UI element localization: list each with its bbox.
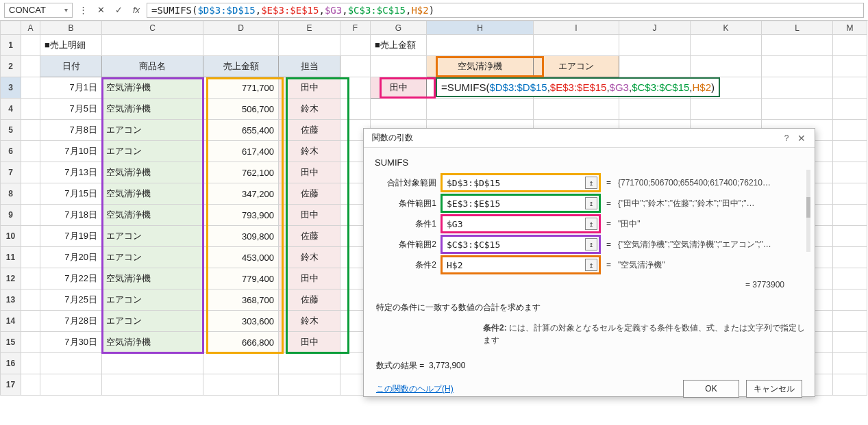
cell-C11[interactable]: エアコン: [102, 247, 203, 268]
cell-A10[interactable]: [21, 226, 40, 247]
cell-B8[interactable]: 7月15日: [40, 183, 102, 205]
cell-J4[interactable]: [619, 99, 691, 120]
cell-D14[interactable]: 303,600: [203, 311, 279, 332]
cell-I4[interactable]: [534, 99, 619, 120]
cell-editor[interactable]: =SUMIFS($D$3:$D$15,$E$3:$E$15,$G3,$C$3:$…: [436, 77, 720, 97]
select-all-corner[interactable]: [1, 21, 21, 35]
arg-input-2[interactable]: $G3↥: [442, 216, 599, 232]
cell-D1[interactable]: [203, 35, 279, 56]
fx-icon[interactable]: fx: [129, 3, 144, 18]
cell-B15[interactable]: 7月30日: [40, 332, 102, 353]
cell-F2[interactable]: [340, 56, 371, 77]
cell-A2[interactable]: [21, 56, 40, 77]
cell-M1[interactable]: [833, 35, 867, 56]
cell-D9[interactable]: 793,900: [203, 205, 279, 226]
cell-D11[interactable]: 453,000: [203, 247, 279, 268]
cell-D8[interactable]: 347,200: [203, 183, 279, 205]
cell-E6[interactable]: 鈴木: [279, 141, 340, 162]
cell-D6[interactable]: 617,400: [203, 141, 279, 162]
cell-A14[interactable]: [21, 311, 40, 332]
cell-D13[interactable]: 368,700: [203, 289, 279, 311]
row-header-4[interactable]: 4: [1, 99, 21, 120]
cell-E5[interactable]: 佐藤: [279, 120, 340, 141]
cell-C7[interactable]: 空気清浄機: [102, 162, 203, 183]
col-header-L[interactable]: L: [762, 21, 833, 35]
cell-M13[interactable]: [833, 289, 867, 311]
cell-M16[interactable]: [833, 353, 867, 374]
cell-J1[interactable]: [619, 35, 691, 56]
cell-A8[interactable]: [21, 183, 40, 205]
cell-H4[interactable]: [427, 99, 534, 120]
cell-E11[interactable]: 鈴木: [279, 247, 340, 268]
row-header-1[interactable]: 1: [1, 35, 21, 56]
cell-M9[interactable]: [833, 205, 867, 226]
col-header-H[interactable]: H: [427, 21, 534, 35]
cell-G4[interactable]: [371, 99, 427, 120]
cell-M6[interactable]: [833, 141, 867, 162]
arg-input-3[interactable]: $C$3:$C$15↥: [442, 236, 599, 253]
cell-B5[interactable]: 7月8日: [40, 120, 102, 141]
cell-L1[interactable]: [762, 35, 833, 56]
range-select-icon[interactable]: ↥: [585, 238, 597, 250]
cell-C1[interactable]: [102, 35, 203, 56]
cell-B9[interactable]: 7月18日: [40, 205, 102, 226]
cell-M2[interactable]: [833, 56, 867, 77]
cancel-icon[interactable]: ✕: [93, 3, 108, 18]
cell-E2[interactable]: 担当: [279, 56, 340, 77]
cell-A12[interactable]: [21, 268, 40, 289]
row-header-14[interactable]: 14: [1, 311, 21, 332]
dialog-help-link[interactable]: この関数のヘルプ(H): [376, 383, 454, 395]
cell-B3[interactable]: 7月1日: [40, 77, 102, 99]
cell-B4[interactable]: 7月5日: [40, 99, 102, 120]
range-select-icon[interactable]: ↥: [585, 259, 597, 271]
col-header-C[interactable]: C: [102, 21, 203, 35]
cell-M7[interactable]: [833, 162, 867, 183]
cell-M3[interactable]: [833, 77, 867, 99]
cell-M5[interactable]: [833, 120, 867, 141]
cell-C16[interactable]: [102, 353, 203, 374]
cell-K4[interactable]: [691, 99, 762, 120]
row-header-7[interactable]: 7: [1, 162, 21, 183]
cell-B13[interactable]: 7月25日: [40, 289, 102, 311]
cell-D5[interactable]: 655,400: [203, 120, 279, 141]
col-header-A[interactable]: A: [21, 21, 40, 35]
cell-D15[interactable]: 666,800: [203, 332, 279, 353]
cell-D10[interactable]: 309,800: [203, 226, 279, 247]
cell-F3[interactable]: [340, 77, 371, 99]
formula-input[interactable]: =SUMIFS($D$3:$D$15,$E$3:$E$15,$G3,$C$3:$…: [147, 3, 864, 18]
cell-M10[interactable]: [833, 226, 867, 247]
cell-B11[interactable]: 7月20日: [40, 247, 102, 268]
range-select-icon[interactable]: ↥: [585, 218, 597, 230]
col-header-G[interactable]: G: [371, 21, 427, 35]
cell-B16[interactable]: [40, 353, 102, 374]
cell-A1[interactable]: [21, 35, 40, 56]
cell-I2[interactable]: エアコン: [534, 56, 619, 77]
cell-C6[interactable]: エアコン: [102, 141, 203, 162]
cell-C13[interactable]: エアコン: [102, 289, 203, 311]
cell-I1[interactable]: [534, 35, 619, 56]
cell-B10[interactable]: 7月19日: [40, 226, 102, 247]
range-select-icon[interactable]: ↥: [585, 197, 597, 209]
cell-C2[interactable]: 商品名: [102, 56, 203, 77]
arg-input-1[interactable]: $E$3:$E$15↥: [442, 195, 599, 211]
cell-B7[interactable]: 7月13日: [40, 162, 102, 183]
row-header-16[interactable]: 16: [1, 353, 21, 374]
cell-A17[interactable]: [21, 374, 40, 396]
cell-D16[interactable]: [203, 353, 279, 374]
range-select-icon[interactable]: ↥: [585, 177, 597, 189]
cell-A3[interactable]: [21, 77, 40, 99]
cell-E14[interactable]: 鈴木: [279, 311, 340, 332]
dialog-cancel-button[interactable]: キャンセル: [746, 380, 802, 398]
cell-E7[interactable]: 田中: [279, 162, 340, 183]
col-header-D[interactable]: D: [203, 21, 279, 35]
cell-L4[interactable]: [762, 99, 833, 120]
cell-M15[interactable]: [833, 332, 867, 353]
name-box-caret-icon[interactable]: ▾: [64, 6, 68, 14]
cell-D17[interactable]: [203, 374, 279, 396]
cell-D7[interactable]: 762,100: [203, 162, 279, 183]
cell-C4[interactable]: 空気清浄機: [102, 99, 203, 120]
row-header-8[interactable]: 8: [1, 183, 21, 205]
cell-C9[interactable]: 空気清浄機: [102, 205, 203, 226]
col-header-B[interactable]: B: [40, 21, 102, 35]
col-header-I[interactable]: I: [534, 21, 619, 35]
